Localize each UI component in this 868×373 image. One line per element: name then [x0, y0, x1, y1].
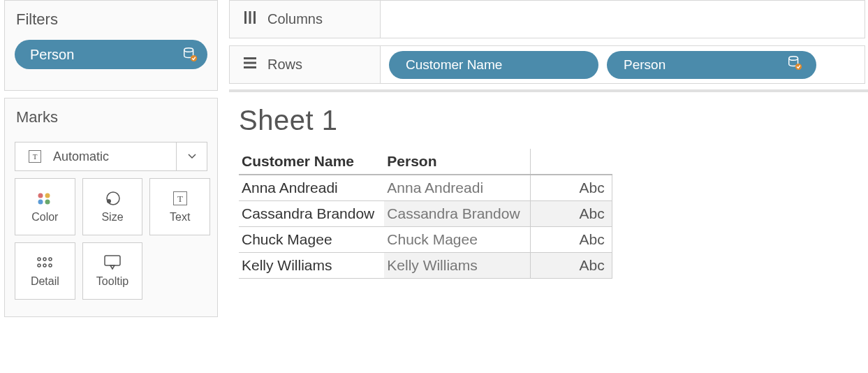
marks-tooltip-button[interactable]: Tooltip	[82, 242, 143, 300]
column-header-person[interactable]: Person	[384, 149, 530, 175]
columns-label: Columns	[267, 11, 323, 27]
svg-rect-19	[244, 11, 247, 24]
cell-person: Chuck Magee	[384, 227, 530, 253]
svg-rect-23	[244, 62, 256, 64]
filter-pill-person[interactable]: Person	[15, 40, 207, 69]
marks-size-button[interactable]: Size	[82, 178, 143, 235]
tooltip-icon	[103, 254, 122, 271]
svg-point-1	[191, 55, 197, 61]
svg-point-7	[45, 200, 50, 205]
database-filter-icon	[182, 47, 198, 62]
cell-customer-name: Anna Andreadi	[239, 175, 384, 201]
marks-color-label: Color	[31, 211, 58, 224]
svg-text:T: T	[177, 193, 183, 204]
rows-shelf[interactable]: Rows Customer Name Person	[229, 45, 865, 84]
cell-customer-name: Kelly Williams	[239, 253, 384, 279]
columns-dropzone[interactable]	[380, 1, 865, 38]
row-pill-person[interactable]: Person	[607, 51, 816, 79]
svg-rect-24	[244, 66, 256, 68]
svg-point-0	[184, 48, 193, 52]
size-icon	[103, 190, 122, 207]
sheet-title[interactable]: Sheet 1	[229, 92, 868, 149]
cell-customer-name: Cassandra Brandow	[239, 201, 384, 227]
cell-person: Kelly Williams	[384, 253, 530, 279]
mark-type-label: Automatic	[53, 149, 109, 164]
cell-customer-name: Chuck Magee	[239, 227, 384, 253]
rows-label: Rows	[267, 57, 302, 73]
cell-measure-placeholder: Abc	[530, 253, 612, 279]
color-icon	[35, 190, 54, 207]
svg-point-5	[45, 193, 50, 198]
filters-shelf[interactable]: Filters Person	[4, 0, 218, 91]
svg-rect-22	[244, 57, 256, 59]
chevron-down-icon[interactable]	[176, 142, 207, 170]
row-pill-customer-name[interactable]: Customer Name	[389, 51, 598, 79]
data-table: Customer Name Person Anna Andreadi Anna …	[239, 149, 612, 279]
svg-rect-20	[249, 11, 251, 24]
svg-point-13	[43, 258, 46, 261]
filters-title: Filters	[5, 1, 217, 34]
rows-icon	[242, 55, 258, 74]
svg-text:T: T	[33, 152, 38, 161]
marks-detail-label: Detail	[31, 275, 59, 288]
database-filter-icon	[787, 55, 802, 74]
table-row[interactable]: Anna Andreadi Anna Andreadi Abc	[239, 175, 612, 201]
svg-point-17	[49, 264, 52, 267]
svg-point-14	[49, 258, 52, 261]
svg-point-4	[38, 193, 43, 198]
marks-detail-button[interactable]: Detail	[15, 242, 75, 300]
marks-title: Marks	[5, 98, 217, 132]
svg-rect-18	[105, 256, 120, 265]
filter-pill-label: Person	[30, 47, 74, 63]
table-row[interactable]: Kelly Williams Kelly Williams Abc	[239, 253, 612, 279]
cell-measure-placeholder: Abc	[530, 175, 612, 201]
columns-icon	[242, 10, 258, 29]
worksheet-view[interactable]: Sheet 1 Customer Name Person Anna Andrea…	[229, 89, 868, 373]
table-row[interactable]: Chuck Magee Chuck Magee Abc	[239, 227, 612, 253]
table-row[interactable]: Cassandra Brandow Cassandra Brandow Abc	[239, 201, 612, 227]
svg-point-25	[789, 57, 798, 61]
svg-point-16	[43, 264, 46, 267]
column-header-measure[interactable]	[530, 149, 612, 175]
marks-tooltip-label: Tooltip	[96, 275, 128, 288]
cell-person: Anna Andreadi	[384, 175, 530, 201]
marks-size-label: Size	[101, 211, 123, 224]
cell-person: Cassandra Brandow	[384, 201, 530, 227]
svg-point-12	[38, 258, 41, 261]
marks-card: Marks T Automatic	[4, 98, 218, 317]
text-mark-icon: T	[170, 190, 190, 207]
row-pill-label: Person	[624, 57, 665, 73]
marks-text-label: Text	[170, 211, 190, 224]
mark-type-dropdown[interactable]: T Automatic	[15, 142, 207, 171]
detail-icon	[35, 254, 54, 271]
marks-color-button[interactable]: Color	[15, 178, 75, 235]
column-header-customer-name[interactable]: Customer Name	[239, 149, 384, 175]
cell-measure-placeholder: Abc	[530, 201, 612, 227]
rows-dropzone[interactable]: Customer Name Person	[380, 46, 865, 83]
svg-rect-21	[253, 11, 256, 24]
svg-point-9	[107, 199, 111, 203]
svg-point-6	[38, 200, 43, 205]
row-pill-label: Customer Name	[406, 57, 502, 73]
columns-shelf[interactable]: Columns	[229, 0, 865, 38]
svg-point-26	[795, 64, 802, 70]
marks-text-button[interactable]: T Text	[149, 178, 210, 235]
svg-point-15	[38, 264, 41, 267]
text-icon: T	[25, 148, 45, 165]
cell-measure-placeholder: Abc	[530, 227, 612, 253]
